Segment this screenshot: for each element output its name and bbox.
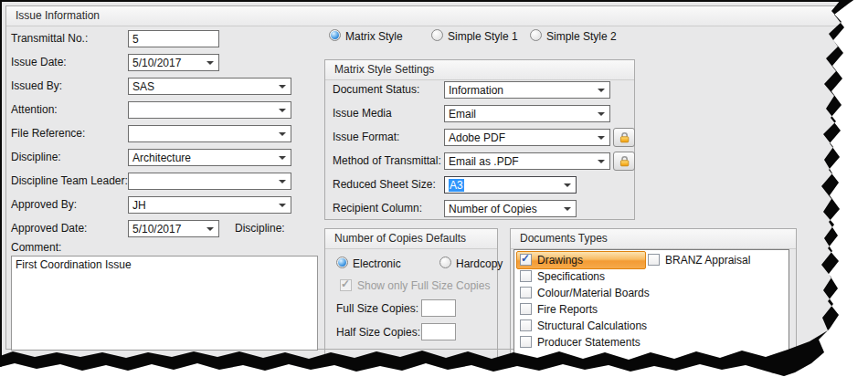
approved-date-label: Approved Date:	[11, 222, 87, 235]
half-size-copies-label: Half Size Copies:	[336, 326, 420, 339]
chevron-down-icon[interactable]	[598, 160, 605, 163]
fire-reports-label[interactable]: Fire Reports	[537, 303, 598, 316]
chevron-down-icon[interactable]	[598, 136, 605, 140]
chevron-down-icon[interactable]	[564, 183, 571, 187]
simple-style-1-label: Simple Style 1	[448, 30, 518, 43]
checkmark-icon: ✓	[521, 252, 530, 265]
discipline-side-label: Discipline:	[235, 222, 285, 235]
matrix-style-settings-header: Matrix Style Settings	[325, 60, 634, 80]
reduced-sheet-size-label: Reduced Sheet Size:	[333, 178, 436, 191]
chevron-down-icon[interactable]	[279, 85, 286, 89]
attention-label: Attention:	[11, 103, 58, 116]
structural-calculations-label[interactable]: Structural Calculations	[537, 319, 647, 332]
discipline-team-leader-label: Discipline Team Leader:	[11, 174, 128, 187]
issued-by-dropdown[interactable]: SAS	[128, 78, 291, 95]
approved-by-dropdown[interactable]: JH	[128, 196, 291, 214]
discipline-team-leader-dropdown[interactable]	[128, 173, 291, 190]
simple-style-2-radio[interactable]	[530, 29, 542, 41]
fire-reports-checkbox[interactable]	[520, 303, 532, 315]
chevron-down-icon[interactable]	[564, 207, 571, 211]
issue-format-dropdown[interactable]: Adobe PDF	[444, 129, 610, 146]
specifications-checkbox[interactable]	[520, 270, 532, 282]
document-status-dropdown[interactable]: Information	[444, 81, 610, 99]
show-only-full-size-label: Show only Full Size Copies	[357, 279, 490, 292]
specifications-label[interactable]: Specifications	[537, 270, 605, 283]
colour-material-boards-label[interactable]: Colour/Material Boards	[537, 287, 650, 299]
file-reference-dropdown[interactable]	[128, 125, 291, 142]
branz-appraisal-label[interactable]: BRANZ Appraisal	[665, 254, 750, 267]
electronic-label: Electronic	[353, 257, 401, 270]
comment-label: Comment:	[11, 241, 61, 254]
page-title: Issue Information	[16, 9, 100, 22]
discipline-dropdown[interactable]: Architecture	[128, 149, 291, 166]
document-status-label: Document Status:	[333, 83, 419, 96]
lock-icon	[619, 131, 630, 143]
issue-information-screenshot: Issue Information Transmittal No.: 5 Iss…	[0, 0, 868, 377]
electronic-radio[interactable]	[336, 257, 348, 268]
issue-date-dropdown[interactable]: 5/10/2017	[128, 54, 219, 71]
comment-textarea[interactable]: First Coordination Issue	[11, 256, 318, 351]
drawings-label[interactable]: Drawings	[537, 254, 583, 267]
lock-icon	[619, 155, 630, 167]
simple-style-1-radio[interactable]	[431, 29, 443, 41]
chevron-down-icon[interactable]	[279, 109, 286, 112]
number-of-copies-defaults-header: Number of Copies Defaults	[325, 229, 497, 249]
number-of-copies-defaults-group: Number of Copies Defaults	[324, 228, 498, 374]
recipient-column-label: Recipient Column:	[333, 202, 422, 215]
discipline-label: Discipline:	[11, 151, 61, 163]
full-size-copies-label: Full Size Copies:	[336, 302, 418, 315]
documents-types-header: Documents Types	[511, 229, 796, 249]
method-of-transmittal-dropdown[interactable]: Email as .PDF	[444, 152, 610, 170]
reduced-sheet-size-dropdown[interactable]: A3	[444, 176, 577, 194]
hardcopy-radio[interactable]	[439, 257, 451, 268]
issued-by-label: Issued By:	[11, 79, 62, 92]
structural-calculations-checkbox[interactable]	[520, 319, 532, 331]
simple-style-2-label: Simple Style 2	[546, 30, 617, 43]
chevron-down-icon[interactable]	[279, 156, 286, 160]
chevron-down-icon[interactable]	[206, 227, 214, 231]
producer-statements-label[interactable]: Producer Statements	[537, 336, 640, 349]
chevron-down-icon[interactable]	[279, 132, 286, 136]
approved-by-label: Approved By:	[11, 198, 77, 211]
recipient-column-dropdown[interactable]: Number of Copies	[444, 200, 577, 217]
issue-date-label: Issue Date:	[11, 56, 67, 68]
matrix-style-radio[interactable]	[329, 29, 341, 41]
chevron-down-icon[interactable]	[206, 61, 214, 65]
approved-date-dropdown[interactable]: 5/10/2017	[128, 220, 219, 237]
colour-material-boards-checkbox[interactable]	[520, 287, 532, 298]
chevron-down-icon[interactable]	[598, 89, 605, 92]
full-size-copies-input[interactable]	[421, 299, 456, 317]
transmittal-no-label: Transmittal No.:	[11, 32, 88, 45]
chevron-down-icon[interactable]	[279, 180, 286, 183]
attention-dropdown[interactable]	[128, 101, 291, 119]
file-reference-label: File Reference:	[11, 127, 85, 140]
chevron-down-icon[interactable]	[279, 204, 286, 207]
branz-appraisal-checkbox[interactable]	[648, 254, 660, 266]
issue-media-label: Issue Media	[333, 107, 392, 120]
hardcopy-label: Hardcopy	[456, 257, 503, 270]
method-of-transmittal-lock-button[interactable]	[613, 152, 635, 171]
issue-format-lock-button[interactable]	[613, 128, 635, 147]
drawings-checkbox[interactable]: ✓	[520, 254, 532, 266]
matrix-style-label: Matrix Style	[345, 30, 403, 43]
show-only-full-size-checkbox[interactable]: ✓	[340, 279, 352, 291]
method-of-transmittal-label: Method of Transmittal:	[333, 154, 441, 167]
half-size-copies-input[interactable]	[421, 323, 456, 340]
issue-format-label: Issue Format:	[333, 131, 399, 143]
chevron-down-icon[interactable]	[598, 112, 605, 116]
issue-information-panel: Issue Information Transmittal No.: 5 Iss…	[0, 0, 868, 377]
transmittal-no-input[interactable]: 5	[128, 30, 219, 47]
checkmark-icon: ✓	[341, 278, 350, 290]
issue-information-header: Issue Information	[6, 6, 851, 26]
producer-statements-checkbox[interactable]	[520, 336, 532, 348]
issue-media-dropdown[interactable]: Email	[444, 105, 610, 122]
